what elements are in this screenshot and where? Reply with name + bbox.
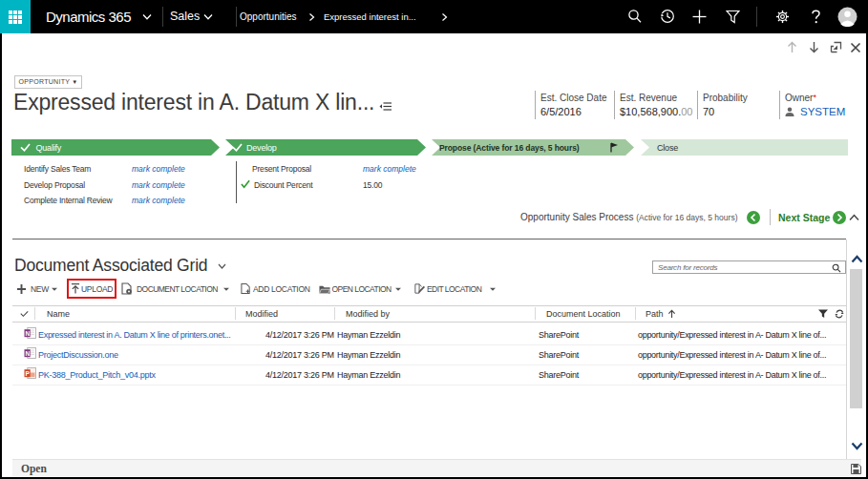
- svg-text:Propose (Active for 16 days, 5: Propose (Active for 16 days, 5 hours): [439, 143, 580, 153]
- svg-text:Close: Close: [657, 143, 678, 153]
- svg-text:N: N: [25, 350, 30, 357]
- svg-text:Qualify: Qualify: [36, 143, 62, 153]
- svg-text:P: P: [26, 370, 31, 377]
- svg-text:Develop: Develop: [246, 143, 277, 153]
- svg-text:N: N: [25, 330, 30, 337]
